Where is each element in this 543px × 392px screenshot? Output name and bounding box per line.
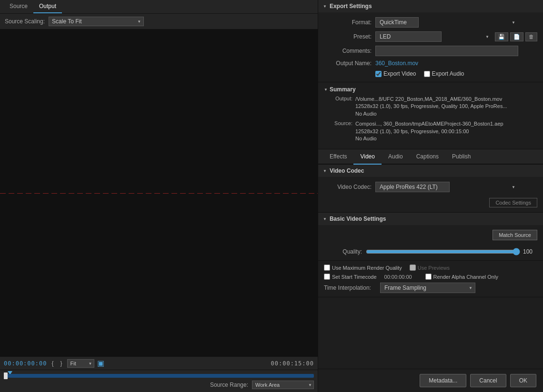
mark-out-btn[interactable]: } xyxy=(59,359,64,368)
source-range-select-wrapper: Work Area Entire Sequence In to Out Cust… xyxy=(252,381,314,389)
basic-video-chevron: ▼ xyxy=(323,217,327,221)
source-scaling-select[interactable]: Scale To Fit Scale To Fill Stretch To Fi… xyxy=(49,17,144,26)
source-range-label: Source Range: xyxy=(210,382,248,388)
output-name-link[interactable]: 360_Boston.mov xyxy=(375,60,418,67)
right-panel-inner: ▼ Export Settings Format: QuickTime H.26… xyxy=(318,0,543,369)
export-audio-label: Export Audio xyxy=(432,70,464,77)
fullscreen-btn[interactable]: ▣ xyxy=(97,359,104,368)
use-max-render-text: Use Maximum Render Quality xyxy=(332,265,402,271)
set-start-timecode-label[interactable]: Set Start Timecode xyxy=(324,274,377,280)
output-name-label: Output Name: xyxy=(324,60,372,67)
render-alpha-checkbox[interactable] xyxy=(425,274,432,280)
ok-btn[interactable]: OK xyxy=(510,374,536,387)
comments-input[interactable] xyxy=(375,46,518,56)
export-settings-content: Format: QuickTime H.264 HEVC Preset: xyxy=(318,12,543,82)
right-panel: ▼ Export Settings Format: QuickTime H.26… xyxy=(318,0,543,392)
render-alpha-text: Render Alpha Channel Only xyxy=(433,274,498,280)
timecode-options-row: Set Start Timecode Render Alpha Channel … xyxy=(324,274,537,280)
source-range-select[interactable]: Work Area Entire Sequence In to Out Cust… xyxy=(252,381,314,389)
quality-row: Quality: 100 xyxy=(324,248,537,255)
timeline-playhead xyxy=(4,372,8,379)
video-codec-section: ▼ Video Codec Video Codec: Apple ProRes … xyxy=(318,165,543,213)
playback-controls: 00:00:00:00 { } Fit 25% 50% 75% 100% ▣ 0… xyxy=(0,357,318,370)
use-previews-label[interactable]: Use Previews xyxy=(410,265,450,271)
source-scaling-wrapper: Scale To Fit Scale To Fill Stretch To Fi… xyxy=(49,17,144,26)
summary-output-value: /Volume...8/UFC 220_Boston,MA_2018_AME/3… xyxy=(355,96,537,118)
preset-select[interactable]: LED Apple ProRes 422 Apple ProRes 4444 xyxy=(375,31,442,42)
preset-row: Preset: LED Apple ProRes 422 Apple ProRe… xyxy=(324,31,537,42)
preview-area xyxy=(0,29,318,356)
video-codec-header[interactable]: ▼ Video Codec xyxy=(318,165,543,177)
start-timecode-input[interactable] xyxy=(384,274,418,280)
summary-source-key: Source: xyxy=(324,120,352,142)
export-video-checkbox[interactable] xyxy=(375,71,382,77)
video-codec-row: Video Codec: Apple ProRes 422 (LT) Apple… xyxy=(324,182,537,192)
use-previews-text: Use Previews xyxy=(418,265,450,271)
export-video-label: Export Video xyxy=(383,70,416,77)
format-row: Format: QuickTime H.264 HEVC xyxy=(324,17,537,28)
use-previews-checkbox[interactable] xyxy=(410,265,416,271)
cancel-btn[interactable]: Cancel xyxy=(470,374,506,387)
video-codec-title: Video Codec xyxy=(330,167,364,174)
preset-dropdown-wrapper: LED Apple ProRes 422 Apple ProRes 4444 xyxy=(375,31,492,42)
tab-video[interactable]: Video xyxy=(353,149,381,165)
tab-output[interactable]: Output xyxy=(33,0,62,13)
video-codec-select[interactable]: Apple ProRes 422 (LT) Apple ProRes 422 A… xyxy=(375,182,450,192)
use-max-render-checkbox[interactable] xyxy=(324,265,330,271)
comments-label: Comments: xyxy=(324,48,372,54)
set-start-timecode-checkbox[interactable] xyxy=(324,274,330,280)
fit-select-wrapper: Fit 25% 50% 75% 100% xyxy=(67,359,94,368)
export-settings-title: Export Settings xyxy=(330,3,372,10)
render-alpha-label[interactable]: Render Alpha Channel Only xyxy=(425,274,498,280)
video-codec-content: Video Codec: Apple ProRes 422 (LT) Apple… xyxy=(318,177,543,212)
summary-header: ▼ Summary xyxy=(324,86,537,93)
interpolation-select-wrapper: Frame Sampling Frame Blending Optical Fl… xyxy=(380,283,475,293)
time-display-end: 00:00:15:00 xyxy=(271,360,314,367)
main-layout: Source Output Source Scaling: Scale To F… xyxy=(0,0,543,392)
summary-chevron: ▼ xyxy=(324,88,328,92)
tab-audio[interactable]: Audio xyxy=(382,149,410,165)
summary-source-row: Source: Composi..., 360_Boston/tmpAEtoAM… xyxy=(324,120,537,142)
export-settings-chevron: ▼ xyxy=(323,4,327,9)
video-codec-label: Video Codec: xyxy=(324,184,372,190)
preset-actions: 💾 📄 🗑 xyxy=(495,32,537,41)
codec-settings-btn[interactable]: Codec Settings xyxy=(489,198,537,207)
basic-video-title: Basic Video Settings xyxy=(330,216,386,222)
quality-value: 100 xyxy=(523,248,537,255)
metadata-btn[interactable]: Metadata... xyxy=(420,374,466,387)
source-range-row: Source Range: Work Area Entire Sequence … xyxy=(0,379,318,392)
timeline-bar-area xyxy=(0,370,318,379)
source-scaling-label: Source Scaling: xyxy=(5,18,45,25)
source-scaling-row: Source Scaling: Scale To Fit Scale To Fi… xyxy=(0,14,318,29)
summary-section: ▼ Summary Output: /Volume...8/UFC 220_Bo… xyxy=(318,82,543,149)
video-codec-chevron: ▼ xyxy=(323,169,327,173)
fit-select[interactable]: Fit 25% 50% 75% 100% xyxy=(67,359,94,368)
mark-in-btn[interactable]: { xyxy=(50,359,55,368)
tab-effects[interactable]: Effects xyxy=(323,149,353,165)
preset-delete-btn[interactable]: 🗑 xyxy=(525,32,537,41)
export-checkboxes: Export Video Export Audio xyxy=(375,70,537,77)
preset-label: Preset: xyxy=(324,33,372,40)
quality-slider[interactable] xyxy=(366,248,520,255)
export-audio-checkbox[interactable] xyxy=(424,71,430,77)
tab-captions[interactable]: Captions xyxy=(410,149,445,165)
interpolation-select[interactable]: Frame Sampling Frame Blending Optical Fl… xyxy=(380,283,475,293)
tab-source[interactable]: Source xyxy=(4,0,33,13)
export-settings-header[interactable]: ▼ Export Settings xyxy=(318,0,543,12)
set-start-timecode-text: Set Start Timecode xyxy=(332,274,377,280)
export-audio-checkbox-label[interactable]: Export Audio xyxy=(424,70,464,77)
match-source-btn[interactable]: Match Source xyxy=(493,230,537,240)
basic-video-content: Match Source Quality: 100 xyxy=(318,225,543,260)
preset-save-btn[interactable]: 💾 xyxy=(495,32,508,41)
comments-row: Comments: xyxy=(324,46,537,56)
export-video-checkbox-label[interactable]: Export Video xyxy=(375,70,416,77)
timeline-track[interactable] xyxy=(4,374,314,378)
basic-video-header[interactable]: ▼ Basic Video Settings xyxy=(318,213,543,225)
bottom-controls: 00:00:00:00 { } Fit 25% 50% 75% 100% ▣ 0… xyxy=(0,356,318,392)
quality-label: Quality: xyxy=(324,248,362,255)
use-max-render-label[interactable]: Use Maximum Render Quality xyxy=(324,265,402,271)
preset-import-btn[interactable]: 📄 xyxy=(510,32,523,41)
tab-publish[interactable]: Publish xyxy=(445,149,477,165)
format-select[interactable]: QuickTime H.264 HEVC xyxy=(375,17,419,28)
output-name-row: Output Name: 360_Boston.mov xyxy=(324,60,537,67)
